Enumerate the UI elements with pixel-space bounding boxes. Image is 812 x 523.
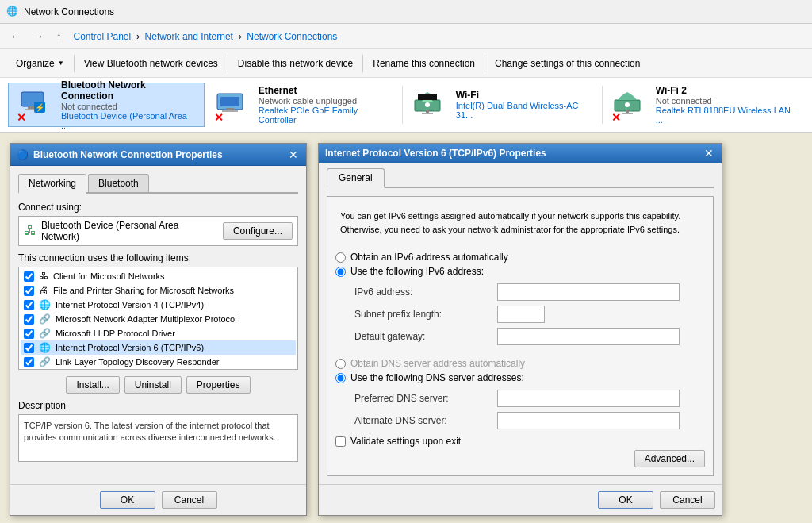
view-bluetooth-button[interactable]: View Bluetooth network devices xyxy=(76,52,226,75)
alternate-dns-input[interactable] xyxy=(497,412,680,429)
validate-checkbox[interactable] xyxy=(335,436,346,447)
action-row: Install... Uninstall Properties xyxy=(18,376,298,394)
tab-bluetooth[interactable]: Bluetooth xyxy=(88,174,149,192)
up-button[interactable]: ↑ xyxy=(52,28,66,44)
bluetooth-status-x: ✕ xyxy=(17,111,26,124)
items-label: This connection uses the following items… xyxy=(18,252,298,263)
list-item-7: 🔗 Link-Layer Topology Discovery Responde… xyxy=(21,355,296,369)
list-icon-2: 🖨 xyxy=(39,285,48,296)
svg-rect-12 xyxy=(422,113,433,114)
svg-rect-8 xyxy=(222,110,238,112)
network-item-ethernet[interactable]: ✕ Ethernet Network cable unplugged Realt… xyxy=(205,83,402,127)
network-item-wifi2[interactable]: ✕ Wi-Fi 2 Not connected Realtek RTL8188E… xyxy=(603,83,804,127)
preferred-dns-input[interactable] xyxy=(497,390,680,407)
ethernet-status-x: ✕ xyxy=(214,111,224,124)
forward-button[interactable]: → xyxy=(29,28,48,44)
checkbox-topology-responder[interactable] xyxy=(24,357,34,367)
list-icon-5: 🔗 xyxy=(39,328,51,339)
toolbar: Organize ▼ View Bluetooth network device… xyxy=(0,49,812,78)
ethernet-network-name: Ethernet xyxy=(259,85,393,96)
dns-radio-group: Obtain DNS server address automatically … xyxy=(335,358,705,383)
auto-dns-radio[interactable] xyxy=(335,359,346,369)
address-bar: ← → ↑ Control Panel › Network and Intern… xyxy=(0,24,812,49)
preferred-dns-row: Preferred DNS server: xyxy=(335,390,705,407)
svg-rect-17 xyxy=(622,113,633,114)
checkbox-file-printer[interactable] xyxy=(24,286,34,296)
ipv6-info-text: You can get IPv6 settings assigned autom… xyxy=(335,205,705,240)
svg-point-10 xyxy=(425,102,430,107)
default-gateway-label: Default gateway: xyxy=(354,331,497,342)
checkbox-lldp[interactable] xyxy=(24,329,34,339)
subnet-prefix-input[interactable] xyxy=(497,306,545,323)
list-item-1: 🖧 Client for Microsoft Networks xyxy=(21,269,296,283)
bluetooth-network-device: Bluetooth Device (Personal Area ... xyxy=(61,111,196,130)
toolbar-separator-2 xyxy=(228,55,228,72)
left-dialog-content: Networking Bluetooth Connect using: 🖧 Bl… xyxy=(10,166,306,484)
network-area: ⚡ ✕ Bluetooth Network Connection Not con… xyxy=(0,78,812,133)
validate-checkbox-row: Validate settings upon exit xyxy=(335,436,705,447)
advanced-button[interactable]: Advanced... xyxy=(634,450,705,467)
ethernet-network-info: Ethernet Network cable unplugged Realtek… xyxy=(259,85,393,125)
use-following-radio[interactable] xyxy=(335,267,346,277)
right-cancel-button[interactable]: Cancel xyxy=(660,491,715,509)
checkbox-ipv4[interactable] xyxy=(24,300,34,310)
checkbox-ipv6[interactable] xyxy=(24,343,34,353)
toolbar-separator-4 xyxy=(485,55,485,72)
wifi2-network-device: Realtek RTL8188EU Wireless LAN ... xyxy=(656,106,795,125)
properties-button[interactable]: Properties xyxy=(186,376,251,394)
left-cancel-button[interactable]: Cancel xyxy=(162,491,217,509)
left-dialog-close-button[interactable]: ✕ xyxy=(287,149,300,160)
ipv6-tab-general[interactable]: General xyxy=(327,168,385,188)
back-button[interactable]: ← xyxy=(6,28,25,44)
right-dialog: Internet Protocol Version 6 (TCP/IPv6) P… xyxy=(318,143,722,516)
description-label: Description xyxy=(18,400,298,411)
wifi2-status-x: ✕ xyxy=(611,111,621,124)
alternate-dns-row: Alternate DNS server: xyxy=(335,412,705,429)
address-radio-group: Obtain an IPv6 address automatically Use… xyxy=(335,252,705,277)
use-following-label: Use the following IPv6 address: xyxy=(350,266,484,277)
device-icon: 🖧 xyxy=(24,224,36,238)
network-item-wifi[interactable]: Wi-Fi Intel(R) Dual Band Wireless-AC 31.… xyxy=(403,83,602,127)
install-button[interactable]: Install... xyxy=(66,376,119,394)
path-control-panel[interactable]: Control Panel xyxy=(74,31,132,42)
left-dialog-title: 🔵 Bluetooth Network Connection Propertie… xyxy=(10,144,306,166)
device-row: 🖧 Bluetooth Device (Personal Area Networ… xyxy=(18,216,298,246)
window-title: Network Connections xyxy=(24,6,114,17)
left-ok-button[interactable]: OK xyxy=(100,491,155,509)
change-settings-button[interactable]: Change settings of this connection xyxy=(487,52,648,75)
path-network-internet[interactable]: Network and Internet xyxy=(145,31,233,42)
wifi2-icon-container: ✕ xyxy=(611,86,649,124)
disable-network-button[interactable]: Disable this network device xyxy=(230,52,361,75)
auto-obtain-radio[interactable] xyxy=(335,252,346,263)
ethernet-icon-container: ✕ xyxy=(214,86,252,124)
configure-button[interactable]: Configure... xyxy=(223,222,293,240)
list-item-3: 🌐 Internet Protocol Version 4 (TCP/IPv4) xyxy=(21,298,296,312)
svg-rect-13 xyxy=(418,94,437,100)
wifi-network-device: Intel(R) Dual Band Wireless-AC 31... xyxy=(456,101,593,120)
default-gateway-input[interactable] xyxy=(497,328,680,345)
device-name: Bluetooth Device (Personal Area Network) xyxy=(41,220,218,242)
right-dialog-close-button[interactable]: ✕ xyxy=(703,148,715,159)
tab-networking[interactable]: Networking xyxy=(18,174,86,194)
use-following-dns-radio[interactable] xyxy=(335,373,346,383)
rename-connection-button[interactable]: Rename this connection xyxy=(365,52,483,75)
wifi-network-info: Wi-Fi Intel(R) Dual Band Wireless-AC 31.… xyxy=(456,90,593,120)
wifi2-network-status: Not connected xyxy=(656,96,795,106)
list-icon-7: 🔗 xyxy=(39,356,51,367)
svg-rect-16 xyxy=(626,110,629,113)
checkbox-client-ms-networks[interactable] xyxy=(24,271,34,282)
preferred-dns-label: Preferred DNS server: xyxy=(354,393,497,404)
connect-using-label: Connect using: xyxy=(18,202,298,213)
list-item-8: 🔗 Link-Layer Topology Discovery Mapper I… xyxy=(21,369,296,370)
ipv6-address-input[interactable] xyxy=(497,283,680,301)
ethernet-network-device: Realtek PCIe GbE Family Controller xyxy=(259,106,393,125)
right-ok-button[interactable]: OK xyxy=(598,491,653,509)
network-item-bluetooth[interactable]: ⚡ ✕ Bluetooth Network Connection Not con… xyxy=(8,83,205,127)
svg-rect-6 xyxy=(220,97,239,106)
organize-button[interactable]: Organize ▼ xyxy=(8,52,72,75)
checkbox-multiplexor[interactable] xyxy=(24,314,34,325)
auto-obtain-row: Obtain an IPv6 address automatically xyxy=(335,252,705,263)
uninstall-button[interactable]: Uninstall xyxy=(124,376,182,394)
list-icon-3: 🌐 xyxy=(39,299,51,310)
address-path: Control Panel › Network and Internet › N… xyxy=(74,31,338,42)
